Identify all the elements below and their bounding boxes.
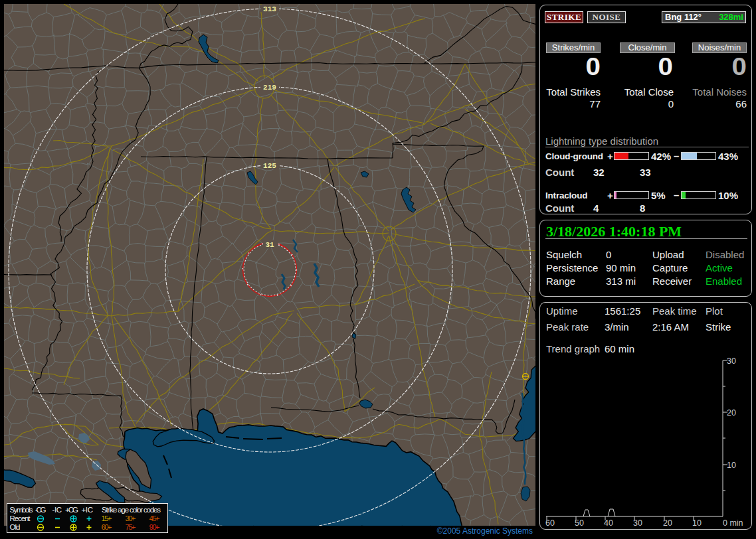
svg-text:219: 219: [263, 84, 276, 92]
svg-text:+IC: +IC: [82, 506, 94, 514]
svg-text:50: 50: [575, 518, 584, 527]
svg-text:Recent: Recent: [10, 514, 31, 522]
svg-text:Symbols: Symbols: [10, 506, 33, 514]
svg-text:60+: 60+: [102, 523, 112, 531]
svg-text:125: 125: [263, 162, 276, 170]
svg-text:60: 60: [545, 518, 555, 527]
svg-text:+CG: +CG: [65, 506, 78, 514]
svg-text:75+: 75+: [126, 523, 136, 531]
svg-text:30: 30: [727, 356, 736, 366]
svg-text:-IC: -IC: [52, 506, 62, 514]
svg-text:-CG: -CG: [35, 506, 47, 514]
svg-text:10: 10: [727, 461, 736, 470]
svg-text:Old: Old: [10, 523, 21, 531]
svg-text:31: 31: [265, 241, 274, 249]
svg-text:0 min: 0 min: [723, 518, 743, 527]
svg-text:20: 20: [663, 518, 672, 527]
svg-text:90+: 90+: [149, 523, 160, 531]
svg-text:45+: 45+: [149, 514, 160, 522]
svg-text:40: 40: [604, 518, 613, 527]
svg-text:Strike age color codes: Strike age color codes: [102, 506, 161, 514]
svg-text:30+: 30+: [126, 514, 136, 522]
svg-text:15+: 15+: [102, 514, 112, 522]
svg-text:10: 10: [692, 518, 702, 527]
svg-text:313: 313: [263, 5, 276, 13]
svg-text:20: 20: [727, 408, 736, 418]
svg-text:30: 30: [633, 518, 642, 527]
